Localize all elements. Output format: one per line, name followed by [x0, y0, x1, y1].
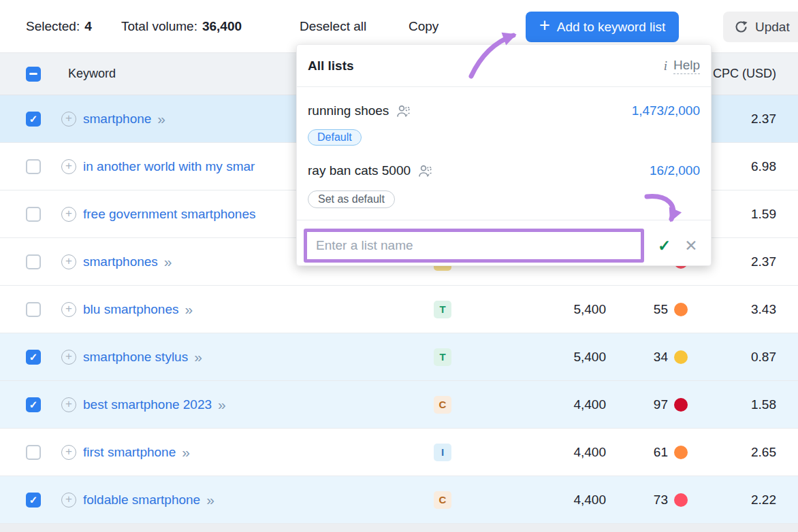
- default-tag: Default: [308, 129, 362, 146]
- list-usage-count: 1,473/2,000: [632, 103, 700, 118]
- volume-cell: 4,400: [470, 445, 606, 460]
- kd-dot: [674, 350, 688, 364]
- kd-dot: [674, 446, 688, 459]
- row-checkbox[interactable]: [26, 112, 41, 127]
- cpc-cell: 2.65: [695, 445, 798, 460]
- expand-chevron-icon[interactable]: »: [194, 349, 202, 365]
- volume-cell: 5,400: [470, 302, 606, 317]
- kd-dot: [674, 303, 688, 316]
- add-keyword-icon[interactable]: [61, 302, 76, 317]
- confirm-check-icon[interactable]: [658, 237, 671, 255]
- row-checkbox[interactable]: [26, 350, 41, 365]
- new-list-name-input[interactable]: [307, 232, 641, 259]
- select-all-checkbox[interactable]: [26, 67, 41, 82]
- keyword-link[interactable]: free government smartphones: [83, 207, 255, 222]
- keyword-magic-tool-screen: Keyword CPC (USD) smartphone» 2.37 in an…: [0, 0, 798, 532]
- popup-list-section: running shoes 1,473/2,000 Default ray ba…: [297, 87, 711, 208]
- kd-value: 97: [654, 397, 668, 412]
- expand-chevron-icon[interactable]: »: [206, 492, 214, 508]
- volume-cell: 4,400: [470, 397, 606, 412]
- keyword-link[interactable]: foldable smartphone: [83, 493, 200, 508]
- all-lists-popup: All lists Help running shoes 1,473/2,000: [296, 44, 712, 266]
- expand-chevron-icon[interactable]: »: [182, 444, 190, 461]
- expand-chevron-icon[interactable]: »: [185, 301, 193, 318]
- kd-value: 55: [654, 302, 668, 317]
- kd-value: 73: [654, 493, 668, 508]
- update-metrics-button[interactable]: Updat: [723, 12, 798, 42]
- keyword-link[interactable]: first smartphone: [83, 445, 176, 460]
- table-bottom-strip: [0, 524, 798, 532]
- list-name: running shoes: [308, 103, 389, 118]
- keyword-link[interactable]: in another world with my smar: [83, 159, 255, 174]
- plus-icon: [539, 18, 550, 36]
- volume-cell: 4,400: [470, 493, 606, 508]
- row-checkbox[interactable]: [26, 493, 41, 508]
- keyword-link[interactable]: smartphone: [83, 112, 151, 127]
- table-row: blu smartphones» T 5,400 55 3.43: [0, 286, 798, 333]
- selected-count: Selected:4: [26, 0, 92, 53]
- volume-cell: 5,400: [470, 350, 606, 365]
- new-list-input-highlight: [304, 229, 644, 263]
- popup-header: All lists Help: [297, 45, 711, 87]
- add-to-keyword-list-button[interactable]: Add to keyword list: [526, 12, 679, 42]
- add-keyword-icon[interactable]: [61, 397, 76, 412]
- keyword-link[interactable]: blu smartphones: [83, 302, 178, 317]
- row-checkbox[interactable]: [26, 159, 41, 174]
- list-item[interactable]: running shoes 1,473/2,000: [308, 98, 700, 124]
- add-keyword-icon[interactable]: [61, 493, 76, 508]
- keyword-link[interactable]: smartphone stylus: [83, 350, 188, 365]
- intent-badge-transactional: T: [434, 301, 451, 318]
- list-item[interactable]: ray ban cats 5000 16/2,000: [308, 158, 700, 184]
- table-row: best smartphone 2023» C 4,400 97 1.58: [0, 381, 798, 429]
- add-keyword-icon[interactable]: [61, 159, 76, 174]
- cpc-cell: 1.58: [695, 397, 798, 412]
- expand-chevron-icon[interactable]: »: [218, 397, 226, 413]
- table-row: foldable smartphone» C 4,400 73 2.22: [0, 476, 798, 524]
- list-name: ray ban cats 5000: [308, 163, 411, 178]
- kd-dot: [674, 398, 688, 412]
- row-checkbox[interactable]: [26, 254, 41, 269]
- list-usage-count: 16/2,000: [650, 163, 700, 178]
- cancel-x-icon[interactable]: [684, 237, 697, 255]
- expand-chevron-icon[interactable]: »: [164, 254, 172, 270]
- popup-title: All lists: [308, 59, 354, 73]
- help-link[interactable]: Help: [673, 58, 700, 74]
- total-volume: Total volume:36,400: [121, 0, 242, 53]
- shared-people-icon: [396, 104, 412, 118]
- add-keyword-icon[interactable]: [61, 445, 76, 460]
- set-as-default-button[interactable]: Set as default: [308, 190, 395, 208]
- table-row: smartphone stylus» T 5,400 34 0.87: [0, 333, 798, 381]
- add-keyword-icon[interactable]: [61, 254, 76, 269]
- refresh-icon: [734, 20, 748, 34]
- row-checkbox[interactable]: [26, 207, 41, 222]
- new-list-row: [297, 220, 711, 265]
- keyword-link[interactable]: smartphones: [83, 254, 158, 269]
- add-keyword-icon[interactable]: [61, 112, 76, 127]
- row-checkbox[interactable]: [26, 397, 41, 412]
- table-row: first smartphone» I 4,400 61 2.65: [0, 429, 798, 476]
- info-icon[interactable]: [664, 59, 667, 73]
- keyword-link[interactable]: best smartphone 2023: [83, 397, 212, 412]
- intent-badge-commercial: C: [434, 491, 451, 509]
- add-keyword-icon[interactable]: [61, 350, 76, 365]
- row-checkbox[interactable]: [26, 302, 41, 317]
- intent-badge-transactional: T: [434, 348, 451, 366]
- expand-chevron-icon[interactable]: »: [157, 111, 165, 127]
- kd-value: 34: [654, 350, 668, 365]
- intent-badge-commercial: C: [434, 396, 451, 414]
- add-keyword-icon[interactable]: [61, 207, 76, 222]
- cpc-cell: 3.43: [695, 302, 798, 317]
- intent-badge-informational: I: [434, 444, 451, 461]
- kd-dot: [674, 493, 688, 507]
- cpc-cell: 0.87: [695, 350, 798, 365]
- shared-people-icon: [417, 164, 434, 178]
- kd-value: 61: [654, 445, 668, 460]
- row-checkbox[interactable]: [26, 445, 41, 460]
- cpc-cell: 2.22: [695, 493, 798, 508]
